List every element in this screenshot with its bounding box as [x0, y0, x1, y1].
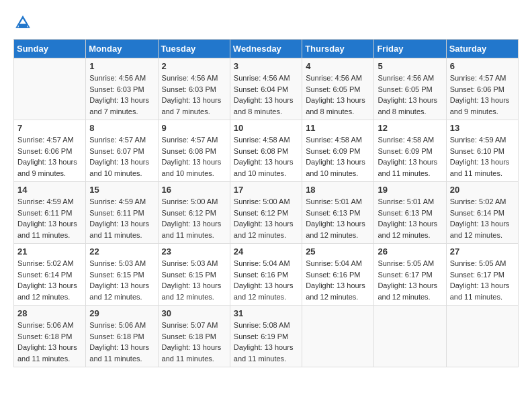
day-num-20: 20	[450, 185, 515, 195]
day-detail-13: Sunrise: 4:59 AMSunset: 6:10 PMDaylight:…	[450, 134, 515, 179]
day-detail-17: Sunrise: 5:00 AMSunset: 6:12 PMDaylight:…	[234, 196, 298, 240]
day-num-24: 24	[234, 246, 298, 257]
cell-w4-d4	[302, 306, 374, 367]
day-num-10: 10	[234, 123, 298, 133]
day-detail-27: Sunrise: 5:05 AMSunset: 6:17 PMDaylight:…	[450, 258, 515, 302]
svg-rect-3	[19, 24, 27, 28]
week-row-4: 28Sunrise: 5:06 AMSunset: 6:18 PMDayligh…	[14, 306, 519, 367]
day-detail-10: Sunrise: 4:58 AMSunset: 6:08 PMDaylight:…	[234, 134, 298, 179]
day-num-11: 11	[306, 123, 370, 133]
day-detail-8: Sunrise: 4:57 AMSunset: 6:07 PMDaylight:…	[89, 134, 154, 179]
day-num-27: 27	[450, 246, 515, 257]
day-detail-23: Sunrise: 5:03 AMSunset: 6:15 PMDaylight:…	[162, 258, 226, 302]
day-detail-14: Sunrise: 4:59 AMSunset: 6:11 PMDaylight:…	[17, 196, 82, 240]
day-detail-6: Sunrise: 4:57 AMSunset: 6:06 PMDaylight:…	[450, 73, 515, 117]
day-detail-18: Sunrise: 5:01 AMSunset: 6:13 PMDaylight:…	[306, 196, 370, 240]
cell-w0-d2: 2Sunrise: 4:56 AMSunset: 6:03 PMDaylight…	[158, 58, 230, 120]
day-num-28: 28	[17, 308, 82, 318]
day-detail-7: Sunrise: 4:57 AMSunset: 6:06 PMDaylight:…	[17, 134, 82, 179]
header-row: Sunday Monday Tuesday Wednesday Thursday…	[14, 40, 519, 58]
day-detail-26: Sunrise: 5:05 AMSunset: 6:17 PMDaylight:…	[378, 258, 442, 302]
day-detail-3: Sunrise: 4:56 AMSunset: 6:04 PMDaylight:…	[234, 73, 298, 117]
logo-icon	[13, 13, 32, 32]
day-num-23: 23	[162, 246, 226, 257]
logo	[13, 13, 34, 32]
day-detail-30: Sunrise: 5:07 AMSunset: 6:18 PMDaylight:…	[162, 320, 226, 364]
cell-w2-d3: 17Sunrise: 5:00 AMSunset: 6:12 PMDayligh…	[230, 182, 302, 244]
col-monday: Monday	[86, 40, 158, 58]
day-num-12: 12	[378, 123, 442, 133]
cell-w2-d6: 20Sunrise: 5:02 AMSunset: 6:14 PMDayligh…	[446, 182, 518, 244]
cell-w2-d5: 19Sunrise: 5:01 AMSunset: 6:13 PMDayligh…	[374, 182, 446, 244]
col-wednesday: Wednesday	[230, 40, 302, 58]
day-num-29: 29	[89, 308, 154, 318]
day-detail-28: Sunrise: 5:06 AMSunset: 6:18 PMDaylight:…	[17, 320, 82, 364]
calendar-body: 1Sunrise: 4:56 AMSunset: 6:03 PMDaylight…	[14, 58, 519, 367]
page-header	[13, 13, 519, 32]
col-friday: Friday	[374, 40, 446, 58]
day-detail-9: Sunrise: 4:57 AMSunset: 6:08 PMDaylight:…	[162, 134, 226, 179]
cell-w4-d3: 31Sunrise: 5:08 AMSunset: 6:19 PMDayligh…	[230, 306, 302, 367]
day-num-18: 18	[306, 185, 370, 195]
day-detail-2: Sunrise: 4:56 AMSunset: 6:03 PMDaylight:…	[162, 73, 226, 117]
cell-w1-d4: 11Sunrise: 4:58 AMSunset: 6:09 PMDayligh…	[302, 120, 374, 182]
cell-w2-d2: 16Sunrise: 5:00 AMSunset: 6:12 PMDayligh…	[158, 182, 230, 244]
cell-w1-d0: 7Sunrise: 4:57 AMSunset: 6:06 PMDaylight…	[14, 120, 86, 182]
day-detail-19: Sunrise: 5:01 AMSunset: 6:13 PMDaylight:…	[378, 196, 442, 240]
cell-w1-d3: 10Sunrise: 4:58 AMSunset: 6:08 PMDayligh…	[230, 120, 302, 182]
day-detail-25: Sunrise: 5:04 AMSunset: 6:16 PMDaylight:…	[306, 258, 370, 302]
day-detail-21: Sunrise: 5:02 AMSunset: 6:14 PMDaylight:…	[17, 258, 82, 302]
day-num-30: 30	[162, 308, 226, 318]
col-sunday: Sunday	[14, 40, 86, 58]
cell-w1-d1: 8Sunrise: 4:57 AMSunset: 6:07 PMDaylight…	[86, 120, 158, 182]
cell-w0-d1: 1Sunrise: 4:56 AMSunset: 6:03 PMDaylight…	[86, 58, 158, 120]
cell-w3-d4: 25Sunrise: 5:04 AMSunset: 6:16 PMDayligh…	[302, 244, 374, 306]
day-detail-15: Sunrise: 4:59 AMSunset: 6:11 PMDaylight:…	[89, 196, 154, 240]
cell-w2-d1: 15Sunrise: 4:59 AMSunset: 6:11 PMDayligh…	[86, 182, 158, 244]
cell-w4-d5	[374, 306, 446, 367]
cell-w4-d2: 30Sunrise: 5:07 AMSunset: 6:18 PMDayligh…	[158, 306, 230, 367]
col-thursday: Thursday	[302, 40, 374, 58]
day-detail-12: Sunrise: 4:58 AMSunset: 6:09 PMDaylight:…	[378, 134, 442, 179]
cell-w2-d0: 14Sunrise: 4:59 AMSunset: 6:11 PMDayligh…	[14, 182, 86, 244]
day-num-17: 17	[234, 185, 298, 195]
cell-w1-d5: 12Sunrise: 4:58 AMSunset: 6:09 PMDayligh…	[374, 120, 446, 182]
day-num-26: 26	[378, 246, 442, 257]
day-detail-24: Sunrise: 5:04 AMSunset: 6:16 PMDaylight:…	[234, 258, 298, 302]
week-row-3: 21Sunrise: 5:02 AMSunset: 6:14 PMDayligh…	[14, 244, 519, 306]
day-num-2: 2	[162, 61, 226, 71]
day-num-7: 7	[17, 123, 82, 133]
day-num-6: 6	[450, 61, 515, 71]
cell-w0-d3: 3Sunrise: 4:56 AMSunset: 6:04 PMDaylight…	[230, 58, 302, 120]
cell-w0-d4: 4Sunrise: 4:56 AMSunset: 6:05 PMDaylight…	[302, 58, 374, 120]
col-tuesday: Tuesday	[158, 40, 230, 58]
day-detail-22: Sunrise: 5:03 AMSunset: 6:15 PMDaylight:…	[89, 258, 154, 302]
cell-w3-d2: 23Sunrise: 5:03 AMSunset: 6:15 PMDayligh…	[158, 244, 230, 306]
cell-w0-d6: 6Sunrise: 4:57 AMSunset: 6:06 PMDaylight…	[446, 58, 518, 120]
day-num-31: 31	[234, 308, 298, 318]
day-num-8: 8	[89, 123, 154, 133]
week-row-2: 14Sunrise: 4:59 AMSunset: 6:11 PMDayligh…	[14, 182, 519, 244]
week-row-1: 7Sunrise: 4:57 AMSunset: 6:06 PMDaylight…	[14, 120, 519, 182]
day-num-15: 15	[89, 185, 154, 195]
cell-w0-d0	[14, 58, 86, 120]
day-num-1: 1	[89, 61, 154, 71]
cell-w3-d0: 21Sunrise: 5:02 AMSunset: 6:14 PMDayligh…	[14, 244, 86, 306]
day-num-14: 14	[17, 185, 82, 195]
day-num-21: 21	[17, 246, 82, 257]
day-detail-4: Sunrise: 4:56 AMSunset: 6:05 PMDaylight:…	[306, 73, 370, 117]
day-detail-5: Sunrise: 4:56 AMSunset: 6:05 PMDaylight:…	[378, 73, 442, 117]
col-saturday: Saturday	[446, 40, 518, 58]
day-detail-29: Sunrise: 5:06 AMSunset: 6:18 PMDaylight:…	[89, 320, 154, 364]
day-detail-11: Sunrise: 4:58 AMSunset: 6:09 PMDaylight:…	[306, 134, 370, 179]
cell-w3-d6: 27Sunrise: 5:05 AMSunset: 6:17 PMDayligh…	[446, 244, 518, 306]
day-num-22: 22	[89, 246, 154, 257]
cell-w0-d5: 5Sunrise: 4:56 AMSunset: 6:05 PMDaylight…	[374, 58, 446, 120]
week-row-0: 1Sunrise: 4:56 AMSunset: 6:03 PMDaylight…	[14, 58, 519, 120]
cell-w3-d3: 24Sunrise: 5:04 AMSunset: 6:16 PMDayligh…	[230, 244, 302, 306]
day-num-9: 9	[162, 123, 226, 133]
day-num-5: 5	[378, 61, 442, 71]
day-num-25: 25	[306, 246, 370, 257]
day-num-16: 16	[162, 185, 226, 195]
day-detail-31: Sunrise: 5:08 AMSunset: 6:19 PMDaylight:…	[234, 320, 298, 364]
